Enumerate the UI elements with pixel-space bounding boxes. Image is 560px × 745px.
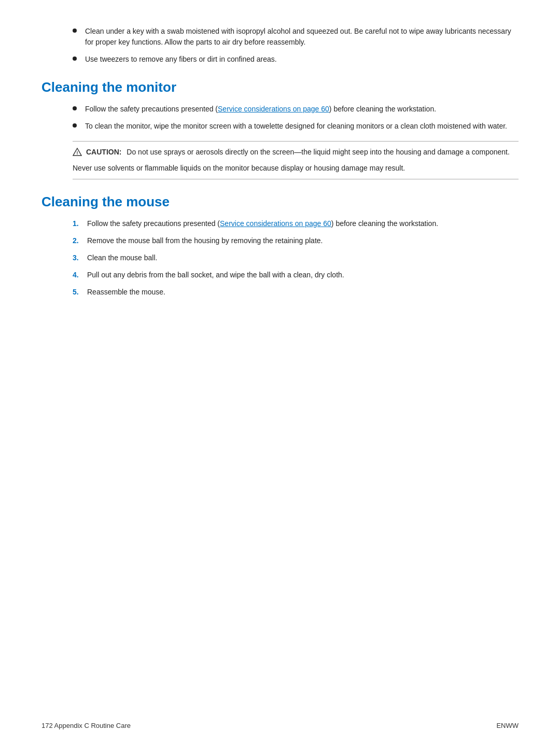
list-item-text: Follow the safety precautions presented … bbox=[87, 218, 438, 229]
service-considerations-link-2[interactable]: Service considerations on page 60 bbox=[220, 219, 331, 228]
bullet-dot-icon bbox=[73, 106, 77, 110]
cleaning-mouse-heading: Cleaning the mouse bbox=[41, 194, 519, 210]
list-item: To clean the monitor, wipe the monitor s… bbox=[73, 121, 519, 132]
list-item: Use tweezers to remove any fibers or dir… bbox=[73, 54, 519, 65]
caution-extra-text: Never use solvents or flammable liquids … bbox=[73, 163, 519, 174]
caution-label: CAUTION: bbox=[86, 148, 121, 156]
list-item-text: Clean under a key with a swab moistened … bbox=[85, 26, 519, 48]
list-item: Follow the safety precautions presented … bbox=[73, 104, 519, 115]
page-footer: 172 Appendix C Routine Care ENWW bbox=[41, 722, 519, 729]
list-item: 4. Pull out any debris from the ball soc… bbox=[73, 270, 519, 280]
caution-triangle-icon: ! bbox=[73, 148, 82, 158]
list-item: 2. Remove the mouse ball from the housin… bbox=[73, 235, 519, 246]
list-item-text: To clean the monitor, wipe the monitor s… bbox=[85, 121, 507, 132]
list-item: 5. Reassemble the mouse. bbox=[73, 287, 519, 298]
bullet-dot-icon bbox=[73, 123, 77, 128]
caution-text: CAUTION: Do not use sprays or aerosols d… bbox=[86, 147, 510, 158]
bullet-dot-icon bbox=[73, 57, 77, 61]
intro-bullet-list: Clean under a key with a swab moistened … bbox=[73, 26, 519, 65]
footer-right: ENWW bbox=[496, 722, 519, 729]
list-item: 1. Follow the safety precautions present… bbox=[73, 218, 519, 229]
caution-box: ! CAUTION: Do not use sprays or aerosols… bbox=[73, 141, 519, 179]
cleaning-monitor-heading: Cleaning the monitor bbox=[41, 79, 519, 95]
step-number: 3. bbox=[73, 252, 87, 263]
list-item-text: Follow the safety precautions presented … bbox=[85, 104, 436, 115]
step-number: 1. bbox=[73, 218, 87, 229]
service-considerations-link-1[interactable]: Service considerations on page 60 bbox=[218, 105, 329, 113]
list-item-text: Reassemble the mouse. bbox=[87, 287, 165, 298]
caution-line1: Do not use sprays or aerosols directly o… bbox=[127, 148, 510, 156]
list-item: 3. Clean the mouse ball. bbox=[73, 252, 519, 263]
list-item-text: Clean the mouse ball. bbox=[87, 252, 157, 263]
list-item-text: Pull out any debris from the ball socket… bbox=[87, 270, 344, 280]
bullet-dot-icon bbox=[73, 29, 77, 33]
mouse-steps-list: 1. Follow the safety precautions present… bbox=[73, 218, 519, 298]
list-item-text: Use tweezers to remove any fibers or dir… bbox=[85, 54, 277, 65]
list-item: Clean under a key with a swab moistened … bbox=[73, 26, 519, 48]
step-number: 5. bbox=[73, 287, 87, 298]
step-number: 2. bbox=[73, 235, 87, 246]
monitor-bullet-list: Follow the safety precautions presented … bbox=[73, 104, 519, 132]
list-item-text: Remove the mouse ball from the housing b… bbox=[87, 235, 323, 246]
svg-text:!: ! bbox=[77, 150, 78, 156]
footer-left: 172 Appendix C Routine Care bbox=[41, 722, 131, 729]
step-number: 4. bbox=[73, 270, 87, 280]
caution-row: ! CAUTION: Do not use sprays or aerosols… bbox=[73, 147, 519, 158]
